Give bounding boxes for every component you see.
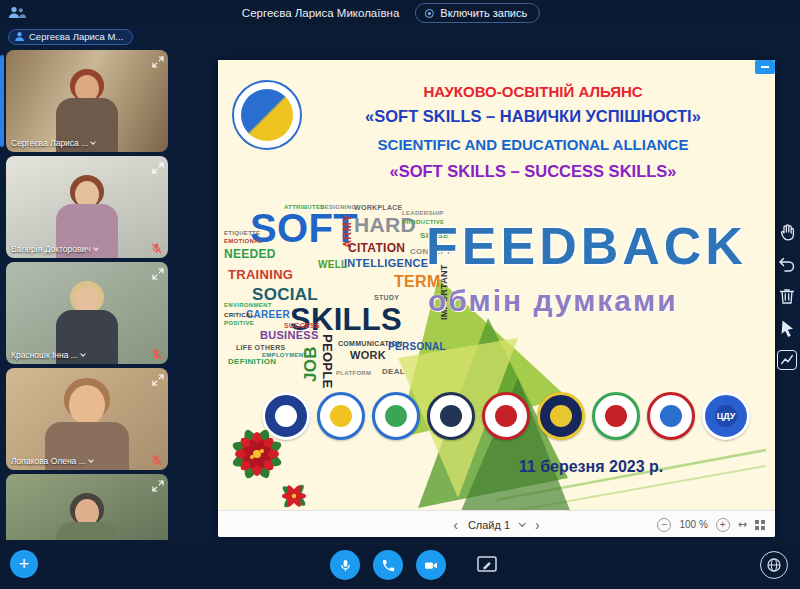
slide-title-uk: НАУКОВО-ОСВІТНІЙ АЛЬЯНС [302,84,764,99]
fit-width-button[interactable]: ↔ [738,518,747,531]
participant-tile[interactable]: Валерія Докторович [6,156,168,258]
expand-icon[interactable] [152,266,164,278]
video-conference-app: Сергеєва Лариса Миколаївна Включить запи… [0,0,800,589]
wordcloud-word: LIFE OTHERS [236,344,286,351]
slide-subtitle-en: «SOFT SKILLS – SUCCESS SKILLS» [302,163,764,180]
participant-list: Сергеєва Лариса ...Валерія ДокторовичКра… [6,50,172,540]
chevron-down-icon [90,139,96,145]
wordcloud-word: BUSINESS [260,330,319,341]
wordcloud-word: DESIGNING [320,204,356,210]
slide-subtitle-uk: «SOFT SKILLS – НАВИЧКИ УСПІШНОСТІ» [302,108,764,125]
wordcloud-word: CRITICAL [224,312,254,318]
add-button[interactable]: + [10,550,38,578]
feedback-headline: FEEDBACK [426,220,775,272]
participant-name: Красношк Інна ... [11,350,85,360]
wordcloud-word: DEAL [382,368,405,376]
wordcloud-word: STUDY [374,294,399,301]
host-name-title: Сергеєва Лариса Миколаївна [242,7,399,19]
pointer-icon[interactable] [777,318,797,338]
participant-name: Лопакова Олена ... [11,456,93,466]
slide-footer-bar: ‹ Слайд 1 › − 100 % + ↔ [218,510,775,537]
chevron-down-icon [80,351,86,357]
wordcloud-word: PLATFORM [336,370,371,376]
globe-icon [766,557,782,573]
college-pnpu-logo [537,392,585,440]
zoom-out-button[interactable]: − [657,518,671,532]
slide-date: 11 березня 2023 р. [486,458,696,476]
presentation-slide: НАУКОВО-ОСВІТНІЙ АЛЬЯНС «SOFT SKILLS – Н… [218,60,775,510]
expand-icon[interactable] [152,478,164,490]
wordcloud-word: DEFINITION [228,358,276,366]
monument-emblem-logo [427,392,475,440]
more-settings-button[interactable] [760,551,788,579]
record-icon [425,9,434,18]
science-atom-logo [647,392,695,440]
record-button-label: Включить запись [440,7,527,19]
record-button[interactable]: Включить запись [415,3,540,23]
wordcloud-word: NEEDED [224,248,276,260]
participant-tile[interactable]: Сергеєва Лариса ... [6,50,168,152]
wordcloud-word: TRAINING [228,268,293,281]
slide-title-en: SCIENTIFIC AND EDUCATIONAL ALLIANCE [302,137,764,152]
cdu-shield-logo: ЦДУ [702,392,750,440]
undo-icon[interactable] [777,254,797,274]
microphone-icon [338,558,353,573]
feedback-subtitle: обмін думками [428,284,678,318]
wordcloud-word: WELL [318,260,348,270]
wordcloud-word: JOB [302,346,319,382]
wordcloud-word: ENVIRONMENT [224,302,272,308]
participant-name: Валерія Докторович [11,244,98,254]
participant-tile[interactable]: Яловенко ... [6,474,168,540]
camera-button[interactable] [416,550,446,580]
raise-hand-icon[interactable] [777,222,797,242]
microphone-button[interactable] [330,550,360,580]
pinned-participant-label: Сергеєва Лариса М... [29,31,123,42]
chevron-down-icon [88,457,94,463]
phone-button[interactable] [373,550,403,580]
laurel-wreath-logo [592,392,640,440]
phone-icon [381,558,396,573]
wordcloud: SOFTARMYHARDCITATIONINTELLIGENCETERMSENS… [224,202,458,400]
logo-label: ЦДУ [705,411,747,421]
panel-scrollbar[interactable] [0,55,4,147]
prev-slide-button[interactable]: ‹ [453,518,458,532]
folk-art-logo [482,392,530,440]
participant-name: Сергеєва Лариса ... [11,138,95,148]
presentation-window: НАУКОВО-ОСВІТНІЙ АЛЬЯНС «SOFT SKILLS – Н… [218,60,775,537]
wordcloud-word: PERSONAL [388,342,446,352]
camera-icon [423,558,439,573]
pinned-participant-badge[interactable]: Сергеєва Лариса М... [8,29,133,45]
top-bar: Сергеєва Лариса Миколаївна Включить запи… [0,0,800,26]
zoom-in-button[interactable]: + [716,518,730,532]
chart-tool-icon[interactable] [777,350,797,370]
participant-tile[interactable]: Лопакова Олена ... [6,368,168,470]
wordcloud-word: PEOPLE [321,334,334,389]
whiteboard-icon [476,553,498,575]
trash-icon[interactable] [777,286,797,306]
mic-muted-icon [150,347,163,360]
slide-list-dropdown-icon[interactable] [519,519,526,526]
expand-icon[interactable] [152,54,164,66]
wordcloud-word: CITATION [348,242,405,254]
grid-view-button[interactable] [755,520,765,530]
logos-row: ЦДУ [262,392,762,440]
wordcloud-word: WORK [350,350,386,361]
poinsettia-flower [218,412,327,510]
expand-icon[interactable] [152,372,164,384]
alliance-handshake-logo [232,80,302,150]
participant-tile[interactable]: Красношк Інна ... [6,262,168,364]
wordcloud-word: ATTRIBUTES [284,204,325,210]
expand-icon[interactable] [152,160,164,172]
mic-muted-icon [150,241,163,254]
mic-muted-icon [150,453,163,466]
zoom-level-value: 100 % [679,519,707,530]
person-icon [14,31,25,42]
slide-title-block: НАУКОВО-ОСВІТНІЙ АЛЬЯНС «SOFT SKILLS – Н… [302,84,764,179]
participants-icon[interactable] [8,5,26,21]
bottom-control-bar: + [0,540,800,589]
slide-number-label[interactable]: Слайд 1 [468,519,510,531]
whiteboard-share-button[interactable] [475,553,499,577]
minimize-button[interactable] [755,60,775,74]
next-slide-button[interactable]: › [535,518,540,532]
green-university-logo [372,392,420,440]
